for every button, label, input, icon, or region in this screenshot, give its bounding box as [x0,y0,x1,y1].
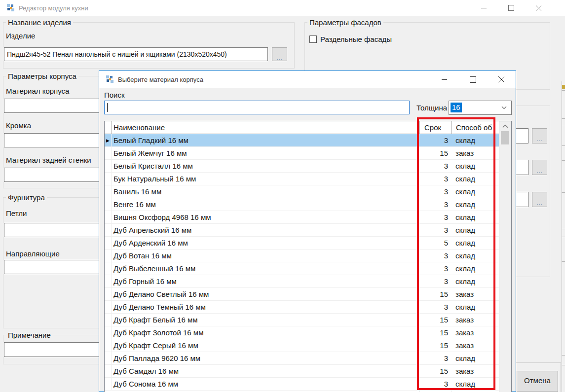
edge-label: Кромка [6,121,31,130]
cell-method: склад [451,352,497,364]
close-button[interactable] [527,0,549,16]
cell-name: Дуб Горный 16 мм [112,275,419,287]
cell-term: 3 [419,211,451,223]
table-row[interactable]: Дуб Апрельский 16 мм3склад [105,224,499,237]
thickness-label: Толщина [416,104,447,112]
facade-browse-button-1[interactable]: ... [532,128,547,143]
table-row[interactable]: Дуб Арденский 16 мм5склад [105,237,499,249]
table-row[interactable]: Венге 16 мм3склад [105,198,499,211]
table-row[interactable]: Дуб Крафт Белый 16 мм15заказ [105,314,499,326]
product-label: Изделие [6,32,35,40]
facade-browse-button-3[interactable]: ... [532,192,547,207]
facade-browse-button-2[interactable]: ... [532,160,547,175]
row-indicator [105,339,112,352]
cell-term: 15 [419,314,451,326]
table-row[interactable]: Дуб Самдал 16 мм15заказ [105,365,499,378]
cell-method: склад [451,237,497,249]
table-vertical-scrollbar[interactable] [499,121,511,392]
dialog-minimize-button[interactable] [434,71,454,87]
cell-term: 15 [419,326,451,339]
cell-term: 3 [419,185,451,198]
row-indicator [105,160,112,172]
dialog-maximize-button[interactable] [463,71,483,87]
table-row[interactable]: Дуб Сонома 16 мм3склад [105,378,499,391]
cell-method: склад [451,185,497,198]
cell-method: склад [451,301,497,313]
table-row[interactable]: Белый Жемчуг 16 мм15заказ [105,147,499,160]
cancel-button[interactable]: Отмена [517,371,558,392]
product-group: Название изделия [3,22,295,69]
cell-name: Дуб Делано Темный 16 мм [112,301,419,313]
cell-name: Белый Гладкий 16 мм [112,134,419,146]
row-indicator [105,378,112,390]
case-material-input[interactable] [4,99,101,113]
cell-name: Белый Кристалл 16 мм [112,160,419,172]
product-input[interactable] [4,47,268,61]
cell-term: 3 [419,160,451,172]
table-row[interactable]: Дуб Делано Темный 16 мм3склад [105,301,499,314]
guides-input[interactable] [4,260,101,274]
background-window-fragment [562,85,565,89]
cell-method: заказ [451,147,497,159]
column-header-name[interactable]: Наименование [113,123,165,132]
material-table: Наименование Срок Способ об ▶Белый Гладк… [104,121,512,392]
cell-term: 3 [419,249,451,262]
furniture-group-legend: Фурнитура [6,193,47,202]
bottom-panel-edge [561,362,561,392]
table-row[interactable]: Дуб Горный 16 мм3склад [105,275,499,288]
minimize-icon [481,8,487,8]
note-input[interactable] [4,342,101,357]
row-indicator [105,211,112,223]
cell-method: склад [451,134,497,146]
table-row[interactable]: Белый Кристалл 16 мм3склад [105,160,499,173]
search-input[interactable] [104,101,410,114]
cell-name: Дуб Самдал 16 мм [112,365,419,377]
table-row[interactable]: Дуб Выбеленный 16 мм3склад [105,262,499,275]
row-indicator [105,198,112,211]
separate-facades-checkbox[interactable] [309,36,317,43]
back-material-input[interactable] [4,168,101,182]
row-indicator [105,185,112,198]
cell-term: 5 [419,237,451,249]
table-row[interactable]: Бук Натуральный 16 мм3склад [105,173,499,185]
table-row[interactable]: Дуб Паллада 9620 16 мм3склад [105,352,499,365]
cell-term: 3 [419,224,451,236]
cell-name: Дуб Делано Светлый 16 мм [112,288,419,300]
scroll-up-icon[interactable] [502,124,508,128]
main-window-title: Редактор модуля кухни [19,4,88,12]
select-material-dialog: Выберите материал корпуса Поиск Толщина … [99,71,516,392]
table-row[interactable]: Ваниль 16 мм3склад [105,185,499,198]
column-header-method[interactable]: Способ об [456,123,492,132]
minimize-button[interactable] [473,0,494,16]
table-row[interactable]: Дуб Крафт Золотой 16 мм15заказ [105,326,499,339]
edge-input[interactable] [4,133,101,147]
row-indicator [105,314,112,326]
row-indicator [105,326,112,339]
scrollbar-thumb[interactable] [501,131,509,144]
case-material-label: Материал корпуса [6,87,69,95]
thickness-dropdown[interactable]: 16 [449,101,512,115]
table-row[interactable]: Дуб Делано Светлый 16 мм15заказ [105,288,499,301]
maximize-button[interactable] [500,0,522,16]
row-indicator [105,288,112,300]
table-row[interactable]: ▶Белый Гладкий 16 мм3склад [105,134,499,147]
cell-method: склад [451,224,497,236]
column-header-term[interactable]: Срок [424,123,441,132]
cell-name: Вишня Оксфорд 4968 16 мм [112,211,419,223]
product-browse-button[interactable]: ... [272,47,287,61]
hinges-input[interactable] [4,223,101,237]
dialog-icon [106,75,114,83]
header-separator [452,121,452,134]
material-table-header: Наименование Срок Способ об [105,121,499,134]
maximize-icon [508,5,514,11]
cell-name: Белый Жемчуг 16 мм [112,147,419,159]
table-row[interactable]: Вишня Оксфорд 4968 16 мм3склад [105,211,499,224]
table-row[interactable]: Дуб Вотан 16 мм3склад [105,249,499,262]
cell-method: заказ [451,288,497,300]
cell-method: склад [451,249,497,262]
back-material-label: Материал задней стенки [6,156,91,164]
cell-term: 3 [419,301,451,313]
row-indicator [105,275,112,287]
dialog-close-button[interactable] [491,71,511,87]
table-row[interactable]: Дуб Крафт Серый 16 мм15заказ [105,339,499,352]
